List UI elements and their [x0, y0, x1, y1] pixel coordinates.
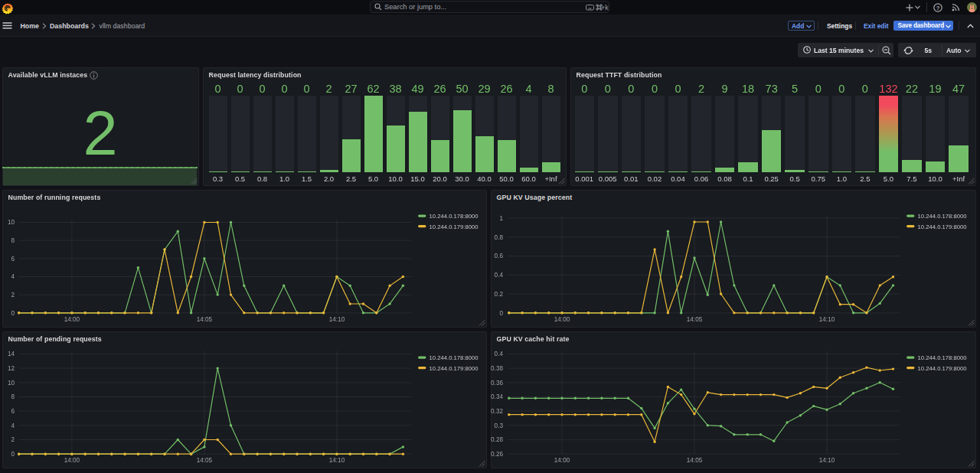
- svg-text:8: 8: [11, 393, 15, 400]
- svg-text:14:05: 14:05: [196, 457, 212, 464]
- svg-text:0.8: 0.8: [494, 233, 503, 240]
- svg-text:14:10: 14:10: [328, 457, 345, 464]
- svg-text:0.4: 0.4: [494, 351, 503, 357]
- svg-text:14:10: 14:10: [818, 457, 835, 464]
- svg-text:0.34: 0.34: [491, 393, 503, 400]
- svg-text:0: 0: [11, 309, 15, 316]
- svg-text:0: 0: [499, 309, 503, 316]
- svg-text:2: 2: [11, 291, 15, 298]
- svg-text:10.244.0.178:8000: 10.244.0.178:8000: [917, 213, 966, 220]
- svg-text:6: 6: [11, 255, 15, 262]
- svg-text:10.244.0.179:8000: 10.244.0.179:8000: [917, 223, 966, 230]
- svg-text:0.32: 0.32: [491, 407, 503, 414]
- svg-text:10.244.0.179:8000: 10.244.0.179:8000: [917, 364, 966, 371]
- svg-text:0: 0: [11, 451, 15, 458]
- svg-text:12: 12: [7, 364, 15, 371]
- svg-text:0.36: 0.36: [491, 379, 503, 386]
- svg-text:10.244.0.178:8000: 10.244.0.178:8000: [429, 213, 478, 220]
- svg-text:10.244.0.179:8000: 10.244.0.179:8000: [429, 364, 478, 371]
- svg-text:10: 10: [7, 219, 15, 226]
- svg-text:14:05: 14:05: [686, 457, 702, 464]
- svg-text:?: ?: [936, 4, 940, 11]
- svg-text:2: 2: [11, 436, 15, 443]
- svg-text:14:00: 14:00: [554, 457, 570, 464]
- svg-text:8: 8: [11, 236, 15, 243]
- svg-text:0.26: 0.26: [491, 450, 503, 457]
- svg-text:6: 6: [11, 407, 15, 414]
- svg-text:4: 4: [11, 273, 15, 280]
- svg-text:14:00: 14:00: [64, 315, 80, 322]
- svg-text:0.28: 0.28: [491, 436, 503, 443]
- svg-text:14:05: 14:05: [686, 315, 702, 322]
- svg-text:10: 10: [7, 379, 15, 386]
- svg-text:14:05: 14:05: [196, 315, 212, 322]
- svg-text:14:10: 14:10: [818, 315, 835, 322]
- svg-text:0.3: 0.3: [494, 422, 503, 429]
- svg-text:14:00: 14:00: [64, 457, 80, 464]
- svg-text:14:00: 14:00: [554, 315, 570, 322]
- svg-text:0.4: 0.4: [494, 272, 503, 279]
- svg-text:14: 14: [7, 351, 15, 357]
- svg-text:0.2: 0.2: [494, 290, 503, 297]
- svg-text:4: 4: [11, 422, 15, 429]
- svg-text:10.244.0.178:8000: 10.244.0.178:8000: [917, 354, 966, 361]
- svg-text:10.244.0.179:8000: 10.244.0.179:8000: [429, 223, 478, 230]
- svg-text:10.244.0.178:8000: 10.244.0.178:8000: [429, 354, 478, 361]
- svg-text:1: 1: [499, 214, 503, 221]
- svg-text:0.38: 0.38: [491, 365, 503, 372]
- svg-text:14:10: 14:10: [328, 315, 345, 322]
- svg-text:0.6: 0.6: [494, 253, 503, 259]
